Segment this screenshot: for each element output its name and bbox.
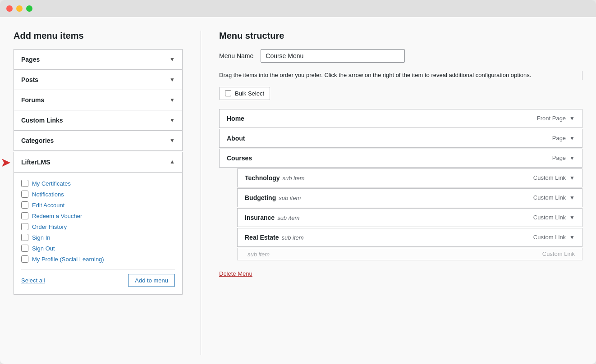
menu-item-more-type-label: Custom Link bbox=[542, 250, 575, 257]
categories-accordion: Categories ▼ bbox=[14, 130, 183, 151]
categories-accordion-header[interactable]: Categories ▼ bbox=[14, 131, 182, 150]
posts-accordion-header[interactable]: Posts ▼ bbox=[14, 70, 182, 90]
bulk-select-button[interactable]: Bulk Select bbox=[219, 87, 270, 100]
menu-item-technology-chevron-icon[interactable]: ▼ bbox=[569, 175, 575, 181]
bulk-select-label: Bulk Select bbox=[235, 90, 264, 97]
menu-item-technology-name: Technologysub item bbox=[245, 174, 305, 182]
menu-item-courses-type: Page ▼ bbox=[552, 155, 575, 161]
panel-separator bbox=[201, 31, 201, 355]
main-content: Add menu items Pages ▼ Posts ▼ Forums bbox=[0, 17, 596, 364]
lifterlms-item-edit-account: Edit Account bbox=[21, 200, 175, 210]
lifterlms-footer: Select all Add to menu bbox=[21, 269, 175, 287]
menu-name-row: Menu Name bbox=[219, 49, 582, 63]
menu-item-about[interactable]: About Page ▼ bbox=[219, 129, 582, 148]
posts-chevron-icon: ▼ bbox=[170, 77, 175, 83]
budgeting-sub-label: sub item bbox=[279, 195, 301, 201]
edit-account-checkbox[interactable] bbox=[21, 201, 28, 209]
menu-item-budgeting-chevron-icon[interactable]: ▼ bbox=[569, 195, 575, 201]
menu-item-more[interactable]: sub item Custom Link bbox=[237, 248, 582, 260]
menu-item-real-estate-type: Custom Link ▼ bbox=[533, 234, 575, 241]
sign-out-checkbox[interactable] bbox=[21, 245, 28, 252]
menu-item-real-estate-type-label: Custom Link bbox=[533, 234, 566, 241]
menu-item-about-chevron-icon[interactable]: ▼ bbox=[569, 135, 575, 141]
menu-item-real-estate-chevron-icon[interactable]: ▼ bbox=[569, 234, 575, 241]
order-history-label[interactable]: Order History bbox=[32, 223, 67, 230]
menu-name-input[interactable] bbox=[261, 49, 405, 63]
forums-accordion-label: Forums bbox=[21, 96, 44, 104]
forums-accordion: Forums ▼ bbox=[14, 90, 183, 110]
menu-item-insurance-type: Custom Link ▼ bbox=[533, 214, 575, 221]
main-window: Add menu items Pages ▼ Posts ▼ Forums bbox=[0, 0, 596, 364]
pages-accordion-label: Pages bbox=[21, 56, 40, 63]
left-panel-title: Add menu items bbox=[14, 31, 183, 41]
redeem-voucher-label[interactable]: Redeem a Voucher bbox=[32, 213, 82, 219]
close-button[interactable] bbox=[6, 5, 13, 12]
lifterlms-item-order-history: Order History bbox=[21, 221, 175, 232]
menu-item-home-type: Front Page ▼ bbox=[537, 115, 575, 122]
menu-item-home-type-label: Front Page bbox=[537, 115, 566, 122]
custom-links-accordion: Custom Links ▼ bbox=[14, 110, 183, 130]
menu-item-courses[interactable]: Courses Page ▼ bbox=[219, 149, 582, 168]
menu-item-home[interactable]: Home Front Page ▼ bbox=[219, 109, 582, 128]
maximize-button[interactable] bbox=[26, 5, 32, 12]
my-profile-label[interactable]: My Profile (Social Learning) bbox=[32, 256, 104, 263]
sign-in-checkbox[interactable] bbox=[21, 234, 28, 241]
pages-chevron-icon: ▼ bbox=[170, 56, 175, 63]
menu-item-technology[interactable]: Technologysub item Custom Link ▼ bbox=[237, 168, 582, 187]
categories-chevron-icon: ▼ bbox=[170, 137, 175, 144]
pages-accordion: Pages ▼ bbox=[14, 49, 183, 69]
drag-instruction: Drag the items into the order you prefer… bbox=[219, 71, 582, 80]
lifterlms-accordion-header[interactable]: ➤ LifterLMS ▼ bbox=[14, 152, 182, 172]
menu-item-courses-name: Courses bbox=[227, 155, 252, 162]
redeem-voucher-checkbox[interactable] bbox=[21, 212, 28, 219]
menu-item-insurance-chevron-icon[interactable]: ▼ bbox=[569, 214, 575, 221]
menu-item-about-name: About bbox=[227, 135, 245, 142]
pages-accordion-header[interactable]: Pages ▼ bbox=[14, 50, 182, 69]
notifications-label[interactable]: Notifications bbox=[32, 191, 64, 198]
custom-links-accordion-label: Custom Links bbox=[21, 117, 63, 124]
minimize-button[interactable] bbox=[16, 5, 23, 12]
menu-item-about-type: Page ▼ bbox=[552, 135, 575, 141]
traffic-lights bbox=[6, 5, 32, 12]
menu-item-insurance[interactable]: Insurancesub item Custom Link ▼ bbox=[237, 208, 582, 227]
menu-item-budgeting-type-label: Custom Link bbox=[533, 194, 566, 201]
posts-accordion: Posts ▼ bbox=[14, 69, 183, 90]
my-profile-checkbox[interactable] bbox=[21, 255, 28, 263]
menu-item-courses-chevron-icon[interactable]: ▼ bbox=[569, 155, 575, 161]
menu-item-technology-type: Custom Link ▼ bbox=[533, 174, 575, 181]
select-all-button[interactable]: Select all bbox=[21, 277, 45, 284]
forums-accordion-header[interactable]: Forums ▼ bbox=[14, 90, 182, 110]
order-history-checkbox[interactable] bbox=[21, 223, 28, 230]
lifterlms-body: My Certificates Notifications Edit Accou… bbox=[14, 172, 182, 294]
menu-item-budgeting-name: Budgetingsub item bbox=[245, 194, 301, 201]
forums-chevron-icon: ▼ bbox=[170, 97, 175, 103]
insurance-sub-label: sub item bbox=[277, 214, 299, 221]
bulk-select-checkbox[interactable] bbox=[225, 90, 231, 96]
posts-accordion-label: Posts bbox=[21, 76, 38, 83]
red-arrow-annotation: ➤ bbox=[0, 155, 11, 170]
custom-links-accordion-header[interactable]: Custom Links ▼ bbox=[14, 110, 182, 130]
menu-item-budgeting-type: Custom Link ▼ bbox=[533, 194, 575, 201]
right-panel-title: Menu structure bbox=[219, 31, 582, 41]
add-to-menu-button[interactable]: Add to menu bbox=[128, 274, 175, 287]
delete-menu-link[interactable]: Delete Menu bbox=[219, 270, 252, 277]
lifterlms-accordion-label: LifterLMS bbox=[21, 159, 50, 166]
more-sub-label: sub item bbox=[248, 251, 270, 258]
lifterlms-chevron-icon: ▼ bbox=[170, 159, 175, 165]
edit-account-label[interactable]: Edit Account bbox=[32, 202, 64, 209]
sign-out-label[interactable]: Sign Out bbox=[32, 245, 55, 252]
sign-in-label[interactable]: Sign In bbox=[32, 234, 50, 241]
menu-item-budgeting[interactable]: Budgetingsub item Custom Link ▼ bbox=[237, 188, 582, 207]
technology-sub-label: sub item bbox=[283, 175, 305, 182]
my-certificates-checkbox[interactable] bbox=[21, 180, 28, 187]
my-certificates-label[interactable]: My Certificates bbox=[32, 180, 71, 187]
lifterlms-item-notifications: Notifications bbox=[21, 189, 175, 200]
lifterlms-item-sign-out: Sign Out bbox=[21, 243, 175, 254]
real-estate-sub-label: sub item bbox=[281, 234, 303, 241]
lifterlms-item-my-certificates: My Certificates bbox=[21, 178, 175, 189]
menu-item-real-estate[interactable]: Real Estatesub item Custom Link ▼ bbox=[237, 228, 582, 247]
menu-items-list: Home Front Page ▼ About Page ▼ C bbox=[219, 109, 582, 261]
menu-item-home-chevron-icon[interactable]: ▼ bbox=[569, 115, 575, 122]
menu-name-label: Menu Name bbox=[219, 52, 253, 59]
notifications-checkbox[interactable] bbox=[21, 191, 28, 198]
